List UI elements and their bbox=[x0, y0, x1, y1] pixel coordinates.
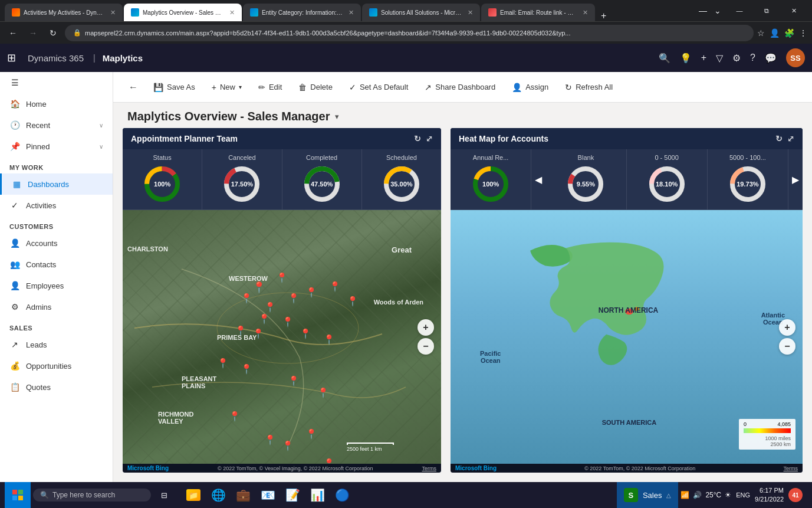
chat-icon[interactable]: 💬 bbox=[765, 53, 777, 64]
save-as-button[interactable]: 💾 Save As bbox=[146, 79, 202, 96]
minimize-button[interactable]: — bbox=[696, 5, 709, 17]
donut-canceled-chart: 17.50% bbox=[221, 163, 262, 205]
taskbar-search-box[interactable]: 🔍 Type here to search bbox=[33, 489, 151, 502]
taskbar-sales-area[interactable]: S Sales △ bbox=[617, 482, 679, 508]
quotes-icon: 📋 bbox=[9, 382, 20, 392]
map-pin-18: 📍 bbox=[264, 434, 276, 445]
tab-close-1[interactable]: ✕ bbox=[110, 9, 116, 17]
share-button[interactable]: ↗ Share Dashboard bbox=[417, 79, 502, 96]
taskbar-outlook[interactable]: 📧 bbox=[256, 483, 280, 507]
reload-button[interactable]: ↻ bbox=[45, 25, 61, 41]
win-restore[interactable]: ⧉ bbox=[753, 2, 780, 19]
win-close[interactable]: ✕ bbox=[780, 2, 807, 19]
heatmap-footer-terms[interactable]: Terms bbox=[784, 466, 798, 471]
extensions-icon[interactable]: 🧩 bbox=[784, 28, 794, 38]
edit-button[interactable]: ✏ Edit bbox=[251, 79, 289, 96]
sidebar-item-pinned[interactable]: 📌 Pinned ∨ bbox=[0, 136, 113, 157]
sidebar-item-leads[interactable]: ↗ Leads bbox=[0, 334, 113, 355]
address-field[interactable]: 🔒 mapseprel22.crm.dynamics.com/main.aspx… bbox=[65, 25, 754, 41]
heatmap-refresh-icon[interactable]: ↻ bbox=[775, 134, 783, 143]
network-icon[interactable]: 📶 bbox=[680, 491, 689, 499]
taskbar-edge[interactable]: 🌐 bbox=[206, 483, 230, 507]
module-name[interactable]: Maplytics bbox=[103, 53, 143, 63]
lightbulb-icon[interactable]: 💡 bbox=[680, 53, 692, 64]
heatmap-zoom-in[interactable]: + bbox=[779, 319, 795, 336]
browser-tab-3[interactable]: Entity Category: Information: re... ✕ bbox=[243, 4, 361, 21]
tab-dropdown-button[interactable]: ⌄ bbox=[712, 5, 724, 17]
taskbar-file-explorer[interactable]: 📁 bbox=[182, 483, 205, 507]
sidebar-menu-toggle[interactable]: ☰ bbox=[0, 72, 113, 93]
volume-icon[interactable]: 🔊 bbox=[693, 491, 702, 499]
sidebar-item-activities[interactable]: ✓ Activities bbox=[0, 195, 113, 216]
home-icon: 🏠 bbox=[9, 99, 20, 109]
settings-icon[interactable]: ⋮ bbox=[799, 28, 807, 38]
task-view-button[interactable]: ⊟ bbox=[153, 484, 175, 506]
sidebar-item-accounts[interactable]: 👤 Accounts bbox=[0, 232, 113, 254]
toolbar-back-button[interactable]: ← bbox=[123, 78, 144, 96]
zoom-in-button[interactable]: + bbox=[417, 319, 434, 336]
forward-button[interactable]: → bbox=[25, 25, 41, 41]
assign-label: Assign bbox=[525, 83, 548, 91]
heat-donut-blank-label: Blank bbox=[578, 154, 594, 161]
map-pin-9: 📍 bbox=[258, 313, 270, 325]
appointment-refresh-icon[interactable]: ↻ bbox=[414, 134, 421, 143]
sidebar-item-recent[interactable]: 🕐 Recent ∨ bbox=[0, 114, 113, 136]
browser-nav-controls: — ⌄ bbox=[696, 5, 724, 17]
sidebar-item-opportunities[interactable]: 💰 Opportunities bbox=[0, 355, 113, 376]
donut-completed-chart: 47.50% bbox=[301, 163, 343, 205]
heat-prev-nav[interactable]: ◀ bbox=[531, 149, 545, 209]
start-button[interactable] bbox=[5, 482, 31, 508]
delete-button[interactable]: 🗑 Delete bbox=[291, 79, 340, 96]
taskbar-excel[interactable]: 📊 bbox=[305, 483, 329, 507]
sidebar-item-employees[interactable]: 👤 Employees bbox=[0, 275, 113, 296]
heatmap-zoom-out[interactable]: − bbox=[779, 338, 795, 355]
win-minimize[interactable]: — bbox=[726, 2, 753, 19]
filter-icon[interactable]: ▽ bbox=[716, 53, 723, 64]
browser-tab-4[interactable]: Solutions All Solutions - Micros... ✕ bbox=[362, 4, 480, 21]
assign-button[interactable]: 👤 Assign bbox=[505, 79, 555, 96]
sidebar-item-contacts[interactable]: 👥 Contacts bbox=[0, 254, 113, 275]
appointment-footer-terms[interactable]: Terms bbox=[422, 466, 436, 471]
taskbar-chrome[interactable]: 🔵 bbox=[330, 483, 354, 507]
heatmap-expand-icon[interactable]: ⤢ bbox=[787, 134, 794, 143]
back-button[interactable]: ← bbox=[5, 25, 21, 41]
map-pin-17: 📍 bbox=[288, 375, 300, 386]
add-icon[interactable]: + bbox=[701, 53, 706, 63]
time-display: 6:17 PM bbox=[755, 486, 784, 495]
search-icon[interactable]: 🔍 bbox=[659, 53, 670, 64]
sidebar-item-admins[interactable]: ⚙ Admins bbox=[0, 296, 113, 317]
profile-icon[interactable]: 👤 bbox=[770, 28, 780, 38]
sidebar-item-home[interactable]: 🏠 Home bbox=[0, 93, 113, 114]
zoom-out-button[interactable]: − bbox=[417, 338, 434, 355]
sidebar-item-quotes[interactable]: 📋 Quotes bbox=[0, 376, 113, 398]
refresh-button[interactable]: ↻ Refresh All bbox=[558, 79, 620, 96]
tab-close-4[interactable]: ✕ bbox=[468, 9, 473, 17]
heat-next-nav[interactable]: ▶ bbox=[788, 149, 803, 209]
new-tab-button[interactable]: + bbox=[596, 11, 611, 21]
waffle-menu[interactable]: ⊞ bbox=[7, 51, 16, 64]
taskbar-word[interactable]: 📝 bbox=[281, 483, 304, 507]
notification-badge[interactable]: 41 bbox=[788, 488, 803, 502]
clock[interactable]: 6:17 PM 9/21/2022 bbox=[755, 486, 784, 504]
tab-close-5[interactable]: ✕ bbox=[583, 9, 588, 17]
settings-nav-icon[interactable]: ⚙ bbox=[732, 53, 741, 64]
browser-tab-5[interactable]: Email: Email: Route link - Dyna... ✕ bbox=[481, 4, 595, 21]
heatmap-map[interactable]: PacificOcean AtlanticOcean NORTH AMERICA… bbox=[451, 210, 803, 464]
taskbar-teams[interactable]: 💼 bbox=[231, 483, 255, 507]
heat-donut-0-5000-label: 0 - 5000 bbox=[655, 154, 678, 161]
appointment-map[interactable]: CHARLSTON WESTEROW PRIMES BAY PLEASANTPL… bbox=[123, 210, 441, 464]
page-title-chevron[interactable]: ▾ bbox=[335, 112, 339, 121]
avatar[interactable]: SS bbox=[786, 48, 805, 67]
help-icon[interactable]: ? bbox=[750, 53, 755, 63]
tab-close-2[interactable]: ✕ bbox=[229, 9, 235, 17]
browser-tab-1[interactable]: Activities My Activities - Dynam... ✕ bbox=[5, 4, 123, 21]
new-button[interactable]: + New ▾ bbox=[205, 79, 249, 96]
legend-scale: 1000 miles 2500 km bbox=[744, 435, 791, 447]
appointment-expand-icon[interactable]: ⤢ bbox=[426, 134, 433, 143]
tab-close-3[interactable]: ✕ bbox=[349, 9, 354, 17]
browser-tab-2[interactable]: Maplytics Overview - Sales Man... ✕ bbox=[124, 4, 242, 21]
set-default-button[interactable]: ✓ Set As Default bbox=[342, 79, 415, 96]
sidebar-item-dashboards[interactable]: ▦ Dashboards bbox=[0, 173, 113, 195]
leads-icon: ↗ bbox=[9, 340, 20, 349]
bookmark-icon[interactable]: ☆ bbox=[757, 28, 765, 38]
